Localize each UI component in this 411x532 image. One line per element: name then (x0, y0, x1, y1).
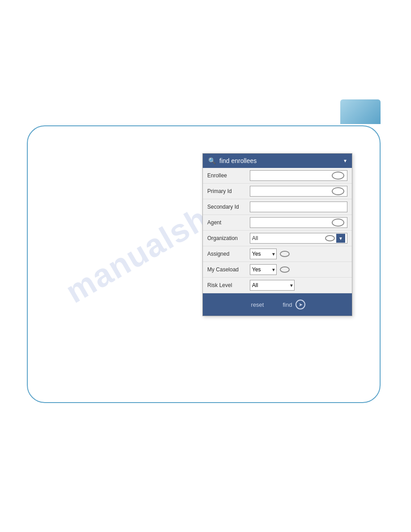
organization-row: Organization All ▼ (203, 231, 352, 246)
assigned-select-wrapper: Yes No ▼ (250, 249, 291, 259)
enrollee-oval (332, 172, 344, 180)
organization-value: All (252, 235, 324, 241)
assigned-select-container: Yes No ▼ (250, 249, 277, 259)
secondary-id-input-wrapper (250, 202, 347, 212)
enrollee-row: Enrollee (203, 168, 352, 184)
find-arrow-icon: ➤ (295, 300, 305, 309)
panel-title: find enrollees (219, 157, 340, 164)
my-caseload-oval (280, 266, 290, 273)
reset-button[interactable]: reset (242, 297, 273, 312)
risk-level-select-container: All Low Medium High ▼ (250, 280, 295, 291)
organization-oval (325, 235, 335, 241)
risk-level-label: Risk Level (207, 282, 250, 288)
risk-level-row: Risk Level All Low Medium High ▼ (203, 278, 352, 293)
agent-input-wrapper (250, 217, 347, 228)
assigned-label: Assigned (207, 251, 250, 257)
assigned-row: Assigned Yes No ▼ (203, 246, 352, 262)
enrollee-input-wrapper (250, 170, 347, 181)
form-body: Enrollee Primary Id Secondary Id (203, 168, 352, 293)
search-icon: 🔍 (208, 157, 216, 164)
main-card: manualshue.com 🔍 find enrollees ▾ Enroll… (27, 125, 381, 403)
primary-id-label: Primary Id (207, 188, 250, 194)
primary-id-input[interactable] (253, 188, 330, 194)
my-caseload-label: My Caseload (207, 266, 250, 273)
assigned-select[interactable]: Yes No (250, 249, 277, 259)
organization-label: Organization (207, 235, 250, 241)
agent-input[interactable] (253, 219, 330, 226)
my-caseload-select[interactable]: Yes No (250, 264, 277, 275)
agent-row: Agent (203, 215, 352, 231)
primary-id-oval (332, 187, 344, 195)
find-enrollees-panel: 🔍 find enrollees ▾ Enrollee Primary Id (202, 153, 352, 316)
assigned-oval (280, 251, 290, 257)
find-button[interactable]: find ➤ (275, 297, 313, 312)
chevron-down-icon[interactable]: ▾ (344, 158, 347, 164)
blue-tab (340, 99, 381, 124)
agent-oval (332, 219, 344, 227)
primary-id-row: Primary Id (203, 184, 352, 199)
secondary-id-input[interactable] (253, 204, 344, 210)
enrollee-input[interactable] (253, 172, 330, 179)
organization-dropdown: All ▼ (250, 233, 347, 244)
panel-header: 🔍 find enrollees ▾ (203, 154, 352, 168)
my-caseload-select-container: Yes No ▼ (250, 264, 277, 275)
secondary-id-label: Secondary Id (207, 204, 250, 210)
organization-dropdown-button[interactable]: ▼ (336, 234, 345, 243)
panel-footer: reset find ➤ (203, 293, 352, 316)
find-button-label: find (283, 301, 292, 308)
agent-label: Agent (207, 219, 250, 226)
secondary-id-row: Secondary Id (203, 199, 352, 215)
risk-level-select[interactable]: All Low Medium High (250, 280, 295, 291)
primary-id-input-wrapper (250, 186, 347, 197)
my-caseload-row: My Caseload Yes No ▼ (203, 262, 352, 278)
my-caseload-select-wrapper: Yes No ▼ (250, 264, 291, 275)
enrollee-label: Enrollee (207, 172, 250, 179)
